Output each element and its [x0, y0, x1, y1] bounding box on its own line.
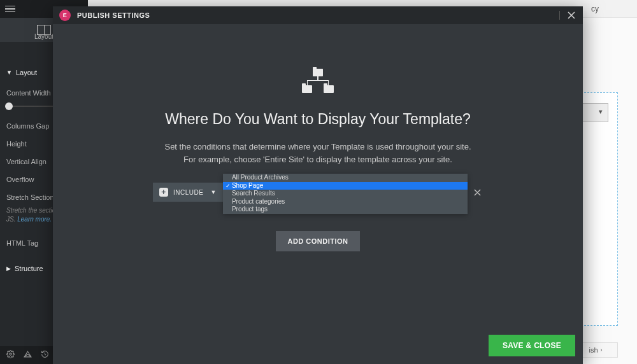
modal-body: Where Do You Want to Display Your Templa… — [53, 24, 583, 364]
archive-option[interactable]: Search Results — [223, 190, 468, 198]
include-select[interactable]: + INCLUDE ▼ — [153, 183, 223, 202]
section-layout-label: Layout — [16, 69, 37, 76]
modal-header-title: PUBLISH SETTINGS — [77, 11, 150, 19]
remove-condition-icon[interactable] — [473, 183, 483, 202]
settings-icon[interactable] — [6, 350, 15, 360]
svg-point-0 — [10, 353, 11, 355]
modal-header: E PUBLISH SETTINGS — [53, 6, 583, 24]
add-condition-button[interactable]: ADD CONDITION — [276, 231, 359, 251]
include-label: INCLUDE — [173, 189, 203, 196]
archive-option[interactable]: All Product Archives — [223, 174, 468, 182]
save-close-button[interactable]: SAVE & CLOSE — [489, 335, 575, 356]
caret-down-icon: ▼ — [210, 189, 216, 195]
modal-title: Where Do You Want to Display Your Templa… — [165, 111, 470, 128]
archive-option[interactable]: Product categories — [223, 198, 468, 206]
menu-icon[interactable] — [5, 4, 15, 14]
archive-option[interactable]: Product tags — [223, 206, 468, 214]
plus-icon: + — [159, 188, 168, 197]
condition-row: + INCLUDE ▼ All Product ArchivesShop Pag… — [153, 183, 483, 202]
navigator-icon[interactable] — [24, 350, 32, 360]
close-icon[interactable] — [566, 10, 576, 20]
publish-settings-modal: E PUBLISH SETTINGS Where Do You Want to … — [53, 6, 583, 364]
conditions-tree-icon — [302, 69, 334, 93]
learn-more-link[interactable]: Learn more. — [17, 216, 52, 223]
header-divider — [559, 11, 560, 20]
caret-right-icon: ▶ — [6, 265, 11, 272]
elementor-logo-icon: E — [59, 10, 71, 21]
archive-option[interactable]: Shop Page — [223, 182, 468, 190]
modal-description: Set the conditions that determine where … — [164, 141, 471, 166]
archive-type-options: All Product ArchivesShop PageSearch Resu… — [223, 174, 468, 214]
history-icon[interactable] — [41, 350, 49, 360]
caret-down-icon: ▼ — [6, 69, 12, 76]
section-structure-label: Structure — [15, 265, 43, 272]
